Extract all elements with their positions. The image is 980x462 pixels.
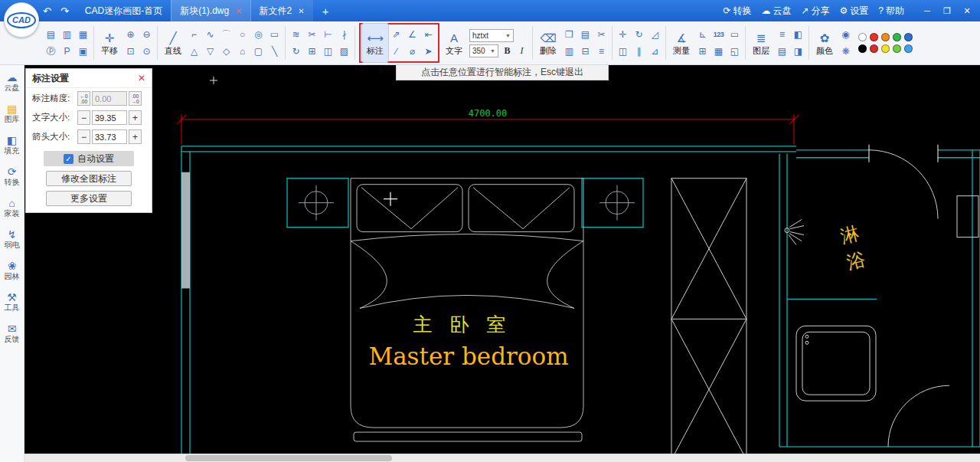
- color-swatch[interactable]: [893, 44, 901, 53]
- tab-home[interactable]: CAD迷你画图-首页: [77, 0, 171, 21]
- measure-grid-icon[interactable]: ⊞: [695, 44, 710, 59]
- maximize-icon[interactable]: ❐: [937, 0, 957, 21]
- text-tool[interactable]: A 文字: [441, 24, 467, 62]
- sidebar-item-library[interactable]: ▤ 图库: [5, 103, 20, 124]
- sidebar-item-fill[interactable]: ◧ 填充: [5, 134, 20, 156]
- help-action[interactable]: ? 帮助: [878, 5, 904, 18]
- sidebar-item-feedback[interactable]: ✉ 反馈: [5, 323, 20, 344]
- text-size-select[interactable]: 350 ▼: [469, 44, 498, 57]
- layer-half2-icon[interactable]: ◨: [791, 44, 805, 59]
- measure-area-icon[interactable]: ▭: [727, 28, 742, 42]
- more-settings-button[interactable]: 更多设置: [46, 191, 132, 206]
- layers-tool[interactable]: ≣ 图层: [748, 24, 774, 62]
- save-icon[interactable]: ▥: [60, 28, 74, 42]
- trim-icon[interactable]: ✂: [305, 28, 319, 42]
- text-size-input[interactable]: [92, 110, 127, 125]
- baseline-dim-icon[interactable]: ⇤: [421, 28, 436, 42]
- spline-icon[interactable]: ∿: [203, 28, 217, 42]
- pan-tool[interactable]: ✛ 平移: [96, 24, 122, 62]
- views-icon[interactable]: ▦: [76, 28, 90, 42]
- diagonal-line-icon[interactable]: ╲: [267, 44, 282, 59]
- color-swatch[interactable]: [858, 33, 867, 41]
- text-size-increase-button[interactable]: +: [129, 110, 142, 125]
- triangle-measure-icon[interactable]: ⊿: [648, 44, 662, 59]
- sidebar-item-electric[interactable]: ↯ 弱电: [5, 228, 20, 250]
- aligned-dim-icon[interactable]: ⇗: [389, 28, 403, 42]
- diameter-dim-icon[interactable]: ⌀: [405, 44, 420, 59]
- color-swatch[interactable]: [870, 44, 878, 53]
- break-icon[interactable]: ∤: [337, 28, 351, 42]
- precision-input[interactable]: [92, 91, 127, 106]
- divide-icon[interactable]: ∥: [632, 44, 646, 59]
- print-icon[interactable]: Ⓟ: [44, 44, 58, 59]
- zoom-in-icon[interactable]: ⊕: [123, 28, 138, 42]
- line-tool[interactable]: ╱ 直线: [160, 24, 186, 62]
- open-file-icon[interactable]: ▤: [44, 28, 58, 42]
- export-image-icon[interactable]: ▣: [76, 44, 90, 59]
- angular-dim-icon[interactable]: ∠: [405, 28, 420, 42]
- color-swatch[interactable]: [870, 33, 878, 41]
- polyline-icon[interactable]: ⌐: [187, 28, 201, 42]
- cut-icon[interactable]: ✂: [594, 28, 609, 42]
- app-logo[interactable]: CAD: [4, 2, 39, 38]
- settings-action[interactable]: ⚙ 设置: [840, 5, 869, 18]
- scrollbar-thumb[interactable]: [185, 455, 392, 461]
- horizontal-scrollbar[interactable]: [24, 454, 980, 462]
- delete-tool[interactable]: ⌫ 删除: [535, 24, 561, 62]
- remove-icon[interactable]: ⊟: [578, 44, 593, 59]
- sidebar-item-garden[interactable]: ❀ 园林: [5, 260, 20, 281]
- color-swatch[interactable]: [881, 33, 890, 41]
- ellipse-icon[interactable]: ◎: [251, 28, 266, 42]
- multicolor-icon[interactable]: ❋: [838, 44, 853, 59]
- measure-table-icon[interactable]: ▦: [711, 44, 726, 59]
- offset-icon[interactable]: ≋: [289, 28, 303, 42]
- zoom-extents-icon[interactable]: ⊡: [123, 44, 138, 59]
- sidebar-item-cloud[interactable]: ☁ 云盘: [5, 71, 20, 93]
- arrow-size-increase-button[interactable]: +: [129, 129, 142, 144]
- rectangle-icon[interactable]: ▭: [267, 28, 282, 42]
- hatch-icon[interactable]: ▨: [337, 44, 351, 59]
- align-icon[interactable]: ≡: [594, 44, 609, 59]
- radius-dim-icon[interactable]: ∕: [389, 44, 403, 59]
- sidebar-item-convert[interactable]: ⟳ 转换: [5, 165, 20, 187]
- paste-icon[interactable]: ▥: [562, 44, 577, 59]
- color-swatch[interactable]: [893, 33, 901, 41]
- new-tab-button[interactable]: +: [313, 0, 338, 21]
- arrow-size-input[interactable]: [92, 129, 127, 144]
- rotate2-icon[interactable]: ↻: [632, 28, 646, 42]
- forward-icon[interactable]: ↷: [60, 5, 69, 17]
- font-select[interactable]: hztxt ▼: [469, 29, 514, 42]
- convert-action[interactable]: ⟳ 转换: [723, 5, 751, 18]
- rounded-rect-icon[interactable]: ▢: [251, 44, 266, 59]
- measure-angle-icon[interactable]: ⊾: [695, 28, 710, 42]
- zoom-out-icon[interactable]: ⊖: [139, 28, 154, 42]
- triangle-down-icon[interactable]: ▽: [203, 44, 217, 59]
- zoom-window-icon[interactable]: ⊙: [139, 44, 154, 59]
- match-color-icon[interactable]: ◉: [838, 28, 853, 42]
- back-icon[interactable]: ↶: [43, 5, 51, 17]
- dialog-close-icon[interactable]: ✕: [138, 73, 145, 84]
- triangle-icon[interactable]: △: [187, 44, 201, 59]
- minimize-icon[interactable]: ─: [917, 0, 937, 21]
- color-swatch[interactable]: [904, 33, 913, 41]
- measure-tool[interactable]: ∡ 测量: [668, 24, 694, 62]
- layer-list-icon[interactable]: ≡: [775, 28, 789, 42]
- tab-drawing-2[interactable]: 新文件2 ✕: [250, 0, 313, 21]
- arrow-size-decrease-button[interactable]: −: [77, 129, 90, 144]
- leader-dim-icon[interactable]: ➤: [421, 44, 436, 59]
- measure-coord-icon[interactable]: ◱: [727, 44, 742, 59]
- circle-icon[interactable]: ○: [235, 28, 250, 42]
- layer-half-icon[interactable]: ◧: [791, 28, 805, 42]
- export-pdf-icon[interactable]: P: [60, 44, 74, 59]
- arc-icon[interactable]: ⌒: [219, 28, 234, 42]
- precision-increase-button[interactable]: .00 →0: [129, 91, 142, 106]
- modify-all-dims-button[interactable]: 修改全图标注: [46, 171, 132, 186]
- color-swatch[interactable]: [858, 44, 867, 53]
- color-swatch[interactable]: [881, 44, 890, 53]
- scale-icon[interactable]: ◿: [648, 28, 662, 42]
- tab-close-icon[interactable]: ✕: [235, 7, 241, 15]
- share-action[interactable]: ↗ 分享: [801, 5, 829, 18]
- close-icon[interactable]: ✕: [957, 0, 977, 21]
- diamond-icon[interactable]: ◇: [219, 44, 234, 59]
- bold-button[interactable]: B: [501, 44, 513, 57]
